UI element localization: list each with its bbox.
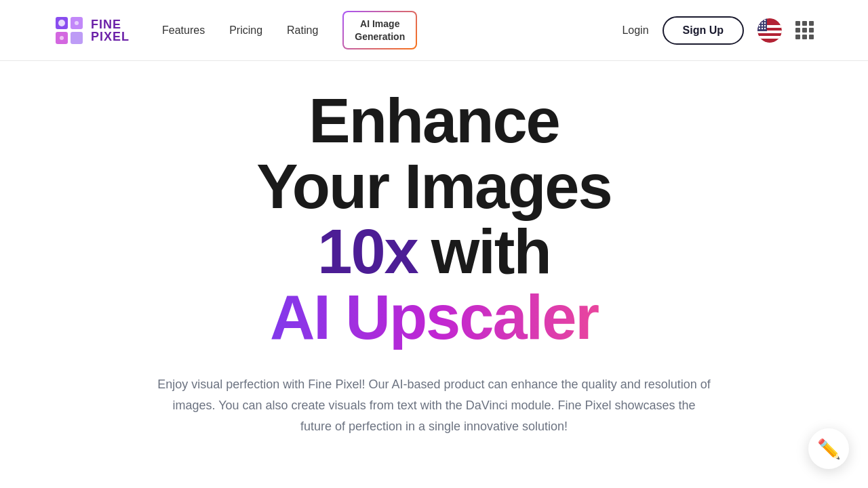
nav-features[interactable]: Features	[162, 24, 205, 37]
hero-title: Enhance Your Images 10x with AI Upscaler	[256, 88, 611, 350]
navbar-left: FINE PIXEL Features Pricing Rating AI Im…	[54, 11, 417, 49]
language-flag-icon[interactable]	[757, 18, 782, 43]
hero-line1: Enhance	[256, 88, 611, 154]
chat-widget-button[interactable]: ✏️	[808, 428, 849, 469]
svg-rect-10	[757, 36, 782, 39]
svg-point-18	[759, 24, 760, 26]
hero-10x: 10x	[317, 219, 418, 285]
svg-point-5	[75, 21, 79, 25]
svg-point-4	[58, 20, 65, 26]
logo-text: FINE PIXEL	[91, 18, 130, 43]
navbar-right: Login Sign Up	[622, 16, 814, 45]
hero-with: with	[431, 219, 551, 285]
logo[interactable]: FINE PIXEL	[54, 16, 130, 45]
svg-point-13	[762, 19, 763, 20]
svg-point-15	[759, 22, 760, 23]
signup-button[interactable]: Sign Up	[663, 16, 744, 45]
svg-point-22	[762, 27, 763, 28]
nav-links: Features Pricing Rating AI ImageGenerati…	[162, 11, 417, 49]
logo-icon	[54, 16, 84, 45]
nav-rating[interactable]: Rating	[287, 24, 318, 37]
nav-pricing[interactable]: Pricing	[229, 24, 262, 37]
svg-point-6	[60, 36, 64, 40]
svg-point-17	[764, 22, 766, 23]
hero-line2: Your Images	[256, 154, 611, 220]
svg-point-20	[764, 24, 766, 26]
hero-section: Enhance Your Images 10x with AI Upscaler…	[0, 61, 868, 450]
logo-fine: FINE	[91, 18, 130, 30]
nav-ai-image-button[interactable]: AI ImageGeneration	[342, 11, 417, 49]
svg-point-21	[759, 27, 760, 28]
svg-point-14	[764, 19, 766, 20]
hero-upscaler: AI Upscaler	[256, 285, 611, 350]
hero-subtitle: Enjoy visual perfection with Fine Pixel!…	[156, 374, 712, 436]
svg-point-23	[764, 27, 766, 28]
svg-point-16	[762, 22, 763, 23]
hero-line3: 10x with	[256, 219, 611, 285]
svg-rect-3	[71, 32, 83, 44]
navbar: FINE PIXEL Features Pricing Rating AI Im…	[0, 0, 868, 61]
login-button[interactable]: Login	[622, 24, 648, 37]
svg-point-19	[762, 24, 763, 26]
svg-point-12	[759, 19, 760, 20]
apps-grid-icon[interactable]	[795, 21, 814, 39]
logo-pixel: PIXEL	[91, 30, 130, 43]
chat-icon: ✏️	[817, 438, 841, 460]
